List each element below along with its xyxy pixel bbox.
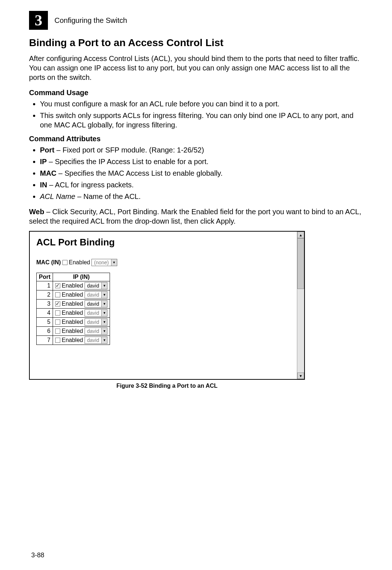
port-acl-dropdown[interactable]: david▼ [85,291,107,298]
port-enabled-checkbox[interactable] [55,283,60,288]
scroll-up-button[interactable]: ▲ [297,232,304,238]
mac-acl-dropdown[interactable]: (none) ▼ [91,259,117,266]
figure-caption: Figure 3-52 Binding a Port to an ACL [29,383,305,389]
panel-title: ACL Port Binding [36,237,290,248]
command-attributes-list: Port – Fixed port or SFP module. (Range:… [29,145,363,201]
enabled-label: Enabled [69,259,90,266]
port-acl-dropdown[interactable]: david▼ [85,327,107,335]
enabled-label: Enabled [62,282,83,289]
command-usage-heading: Command Usage [29,89,363,97]
port-enabled-checkbox[interactable] [55,319,60,325]
list-item: Port – Fixed port or SFP module. (Range:… [40,145,363,155]
chevron-down-icon: ▼ [101,337,107,343]
list-item: IN – ACL for ingress packets. [40,180,363,190]
list-item: You must configure a mask for an ACL rul… [40,99,363,109]
port-table: Port IP (IN) 1Enableddavid▼2Enableddavid… [36,273,110,345]
port-number-cell: 6 [37,327,53,336]
chevron-down-icon: ▼ [101,282,107,289]
chevron-down-icon: ▼ [101,328,107,334]
port-number-cell: 2 [37,290,53,300]
port-enabled-checkbox[interactable] [55,301,60,306]
web-instructions: Web – Click Security, ACL, Port Binding.… [29,207,363,226]
port-enabled-checkbox[interactable] [55,292,60,297]
vertical-scrollbar[interactable]: ▲ ▼ [297,232,304,379]
scroll-down-button[interactable]: ▼ [297,372,304,379]
port-acl-dropdown[interactable]: david▼ [85,318,107,326]
port-number-cell: 5 [37,318,53,327]
port-acl-dropdown[interactable]: david▼ [85,282,107,289]
chapter-number-badge: 3 [29,11,48,30]
port-enabled-checkbox[interactable] [55,310,60,315]
chevron-down-icon: ▼ [101,319,107,325]
command-usage-list: You must configure a mask for an ACL rul… [29,99,363,130]
list-item: IP – Specifies the IP Access List to ena… [40,157,363,166]
section-heading: Binding a Port to an Access Control List [29,37,363,49]
table-row: 3Enableddavid▼ [37,300,110,309]
port-number-cell: 3 [37,300,53,309]
chevron-down-icon: ▼ [101,301,107,307]
table-row: 7Enableddavid▼ [37,336,110,345]
chapter-label: Configuring the Switch [54,16,127,25]
list-item: ACL Name – Name of the ACL. [40,192,363,201]
mac-in-label: MAC (IN) [36,259,61,266]
enabled-label: Enabled [62,337,83,343]
table-row: 6Enableddavid▼ [37,327,110,336]
ip-in-header: IP (IN) [53,273,110,281]
scroll-track[interactable] [297,238,304,372]
chevron-down-icon: ▼ [101,292,107,298]
port-number-cell: 4 [37,309,53,318]
table-row: 5Enableddavid▼ [37,318,110,327]
section-intro: After configuring Access Control Lists (… [29,54,363,82]
table-row: 1Enableddavid▼ [37,281,110,290]
list-item: MAC – Specifies the MAC Access List to e… [40,168,363,178]
port-number-cell: 1 [37,281,53,290]
port-number-cell: 7 [37,336,53,345]
port-acl-dropdown[interactable]: david▼ [85,300,107,308]
enabled-label: Enabled [62,319,83,325]
enabled-label: Enabled [62,301,83,307]
list-item: This switch only supports ACLs for ingre… [40,111,363,130]
port-enabled-checkbox[interactable] [55,338,60,343]
enabled-label: Enabled [62,310,83,316]
port-acl-dropdown[interactable]: david▼ [85,337,107,344]
table-row: 2Enableddavid▼ [37,290,110,300]
port-acl-dropdown[interactable]: david▼ [85,309,107,317]
mac-enabled-checkbox[interactable] [62,260,68,265]
command-attributes-heading: Command Attributes [29,135,363,143]
enabled-label: Enabled [62,328,83,334]
acl-port-binding-screenshot: ACL Port Binding MAC (IN) Enabled (none)… [29,231,305,380]
enabled-label: Enabled [62,292,83,298]
port-header: Port [37,273,53,281]
table-row: 4Enableddavid▼ [37,309,110,318]
chevron-down-icon: ▼ [111,259,117,266]
port-enabled-checkbox[interactable] [55,329,60,334]
chevron-down-icon: ▼ [101,310,107,316]
page-number: 3-88 [31,551,44,559]
scroll-thumb[interactable] [297,238,304,289]
